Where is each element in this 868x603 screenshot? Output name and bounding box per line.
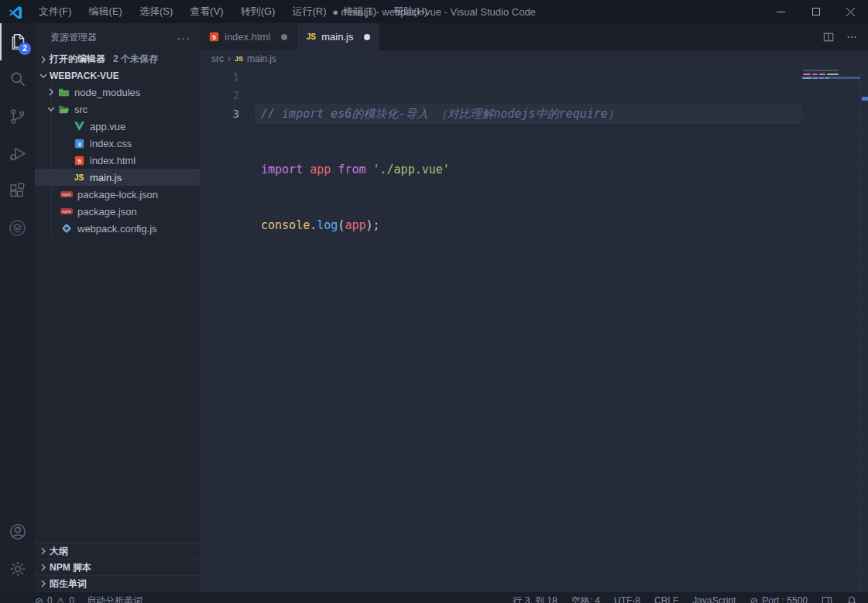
tree-item-index-css[interactable]: 3 index.css [35, 135, 200, 152]
layout-icon[interactable] [822, 595, 832, 603]
maximize-icon[interactable] [798, 0, 833, 23]
tree-item-label: main.js [90, 172, 122, 183]
modified-dot-icon[interactable] [281, 34, 287, 40]
tree-item-label: src [74, 104, 87, 115]
modified-dot-icon[interactable] [364, 34, 370, 40]
string-token: './app.vue' [373, 163, 450, 176]
menu-run[interactable]: 运行(R) [283, 0, 335, 23]
tree-item-src[interactable]: src [35, 101, 200, 118]
breadcrumb-main-js[interactable]: main.js [247, 53, 276, 64]
menu-edit[interactable]: 编辑(E) [81, 0, 131, 23]
code-editor[interactable]: 1 2 3 // import es6的模块化-导入 （对比理解nodejs中的… [200, 67, 868, 592]
css-icon: 3 [73, 137, 85, 149]
menu-help[interactable]: 帮助(H) [385, 0, 436, 23]
tree-item-label: package-lock.json [77, 189, 158, 200]
vue-icon [73, 120, 85, 132]
variable-token: app [345, 218, 365, 232]
line-number-active: 3 [200, 104, 256, 123]
editor-scrollbar[interactable] [860, 67, 868, 592]
line-number: 1 [200, 67, 256, 86]
notifications-bell-icon[interactable] [846, 595, 857, 603]
tree-item-label: app.vue [90, 121, 125, 132]
menu-bar: 文件(F) 编辑(E) 选择(S) 查看(V) 转到(G) 运行(R) 终端(T… [30, 0, 436, 23]
code-line-3: console.log(app); [261, 216, 619, 235]
extensions-icon[interactable] [0, 172, 35, 209]
tree-item-webpack-config-js[interactable]: webpack.config.js [35, 220, 200, 237]
outline-section[interactable]: 大纲 [35, 543, 200, 560]
cursor-position[interactable]: 行 3, 列 18 [513, 594, 557, 603]
menu-go[interactable]: 转到(G) [232, 0, 284, 23]
plugin-icon[interactable] [0, 209, 35, 246]
error-count: 0 [47, 595, 53, 603]
tab-index-html[interactable]: 5 index.html [200, 23, 297, 50]
code-line-2: import app from './app.vue' [261, 160, 619, 179]
vscode-window: 文件(F) 编辑(E) 选择(S) 查看(V) 转到(G) 运行(R) 终端(T… [0, 0, 868, 603]
spell-checker-status[interactable]: 启动分析单词 [87, 594, 142, 603]
breadcrumb-src[interactable]: src [211, 53, 224, 64]
problems-indicator[interactable]: ⊘ 0 ⚠ 0 [35, 595, 74, 603]
window-controls [763, 0, 868, 23]
indentation[interactable]: 空格: 4 [571, 594, 600, 603]
explorer-icon[interactable]: 2 [0, 23, 35, 60]
minimize-icon[interactable] [763, 0, 798, 23]
tab-bar: 5 index.html JS main.js [200, 23, 868, 50]
encoding[interactable]: UTF-8 [614, 595, 640, 603]
tree-item-main-js[interactable]: JS main.js [35, 169, 200, 186]
svg-text:5: 5 [212, 34, 216, 41]
npm-icon: npm [60, 188, 73, 200]
js-icon: JS [305, 31, 317, 43]
folder-icon [57, 86, 70, 98]
chevron-right-icon [45, 86, 57, 98]
tree-item-label: index.css [90, 138, 132, 149]
chevron-right-icon [37, 53, 50, 66]
minimap-current-line [801, 77, 860, 79]
settings-gear-icon[interactable] [0, 550, 35, 588]
editor-group: 5 index.html JS main.js src › JS m [200, 23, 868, 592]
tree-item-package-lock-json[interactable]: npm package-lock.json [35, 186, 200, 203]
folder-open-icon [57, 103, 70, 115]
language-mode[interactable]: JavaScript [692, 595, 736, 603]
js-icon: JS [235, 55, 243, 63]
menu-view[interactable]: 查看(V) [181, 0, 232, 23]
project-section-header[interactable]: WEBPACK-VUE [35, 67, 200, 84]
run-debug-icon[interactable] [0, 135, 35, 172]
status-bar: ⊘ 0 ⚠ 0 启动分析单词 行 3, 列 18 空格: 4 UTF-8 CRL… [0, 592, 868, 603]
tree-item-app-vue[interactable]: app.vue [35, 118, 200, 135]
tree-item-label: webpack.config.js [77, 223, 157, 235]
search-icon[interactable] [0, 60, 35, 98]
split-editor-icon[interactable] [823, 32, 834, 43]
vscode-logo-icon [9, 5, 22, 19]
sidebar-title: 资源管理器 [50, 31, 97, 44]
svg-text:5: 5 [77, 157, 81, 164]
tree-item-node-modules[interactable]: node_modules [35, 84, 200, 101]
eol-sequence[interactable]: CRLF [654, 595, 678, 603]
npm-scripts-section[interactable]: NPM 脚本 [35, 560, 200, 576]
webpack-icon [60, 222, 73, 235]
chevron-down-icon [45, 103, 57, 115]
chevron-right-icon [37, 577, 50, 590]
breadcrumb: src › JS main.js [200, 50, 868, 67]
minimap[interactable] [801, 67, 860, 592]
tab-label: main.js [321, 31, 353, 43]
accounts-icon[interactable] [0, 513, 35, 550]
tree-item-index-html[interactable]: 5 index.html [35, 152, 200, 169]
menu-file[interactable]: 文件(F) [30, 0, 81, 23]
unknown-words-section[interactable]: 陌生单词 [35, 576, 200, 592]
more-actions-icon[interactable] [846, 32, 857, 43]
open-editors-section[interactable]: 打开的编辑器 2 个未保存 [35, 51, 200, 67]
punctuation-token: . [310, 218, 317, 232]
menu-selection[interactable]: 选择(S) [131, 0, 181, 23]
line-number: 2 [200, 86, 256, 104]
variable-token: app [310, 163, 338, 176]
tree-item-package-json[interactable]: npm package.json [35, 203, 200, 220]
live-server-port[interactable]: ⊘ Port : 5500 [750, 595, 808, 603]
close-icon[interactable] [833, 0, 868, 23]
tab-label: index.html [225, 31, 270, 43]
chevron-right-icon [37, 545, 50, 557]
more-actions-icon[interactable]: ··· [177, 31, 190, 44]
tree-item-label: package.json [77, 206, 137, 218]
project-name: WEBPACK-VUE [50, 70, 119, 81]
source-control-icon[interactable] [0, 98, 35, 135]
menu-terminal[interactable]: 终端(T) [335, 0, 385, 23]
tab-main-js[interactable]: JS main.js [297, 23, 379, 50]
